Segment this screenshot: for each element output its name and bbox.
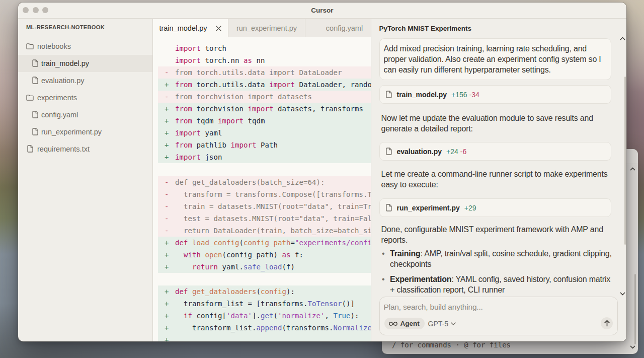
window-title: Cursor [18,3,626,19]
diff-removed-marker: - [165,176,175,188]
code-line: -def get_dataloaders(batch_size=64): [153,176,371,188]
diff-removed-marker: - [165,225,175,237]
send-button[interactable] [601,317,613,329]
chat-scrollbar-thumb[interactable] [624,77,626,245]
file-icon [26,145,34,153]
sidebar-item-label: notebooks [37,42,71,50]
code-line: + [153,334,371,341]
sidebar-item-config-yaml[interactable]: config.yaml [18,106,152,123]
sidebar-item-label: evaluation.py [41,77,84,85]
code-text: import json [175,151,222,163]
chat-scroll-up-icon[interactable] [620,37,625,40]
file-name: run_experiment.py [397,204,460,212]
collapsed-code-gap [153,273,371,285]
bullet-item: •Experimentation: YAML config, saved his… [379,274,612,295]
code-text: def get_dataloaders(batch_size=64): [175,176,325,188]
code-line: +from tqdm import tqdm [153,115,371,127]
cursor-window: Cursor ML-RESEARCH-NOTEBOOK notebookstra… [18,3,626,341]
tab-train_model-py[interactable]: train_model.py [153,19,228,37]
sidebar-item-run_experiment-py[interactable]: run_experiment.py [18,123,152,140]
editor: train_model.pyrun_experiment.pyconfig.ya… [152,19,371,341]
sidebar-item-label: experiments [37,94,77,102]
sidebar-item-evaluation-py[interactable]: evaluation.py [18,72,152,89]
command-hint-text: / for commands · @ for files [392,341,511,349]
sidebar-item-experiments[interactable]: experiments [18,89,152,106]
chevron-down-icon [451,322,456,325]
additions-count: +24 [446,148,458,156]
bullet-text: Training: AMP, train/val split, cosine s… [390,248,612,269]
chat-input-placeholder: Plan, search, build anything... [384,303,483,312]
chat-input[interactable]: Plan, search, build anything... Agent GP… [379,297,618,335]
sidebar-item-notebooks[interactable]: notebooks [18,38,152,55]
project-name: ML-RESEARCH-NOTEBOOK [26,24,105,30]
diff-added-marker: + [165,115,175,127]
code-text: transform_list = [transforms.ToTensor()] [175,298,355,310]
tab-label: train_model.py [159,24,207,32]
diff-added-marker: + [165,322,175,334]
code-line: import torch [153,42,371,54]
chat-title: PyTorch MNIST Experiments [379,25,472,32]
diff-removed-marker: - [165,188,175,200]
code-line: + return yaml.safe_load(f) [153,261,371,273]
file-change-chip-run_experiment-py[interactable]: run_experiment.py+29 [379,198,612,217]
sidebar-item-label: requirements.txt [37,145,90,153]
file-change-chip-evaluation-py[interactable]: evaluation.py+24-6 [379,142,612,161]
tab-config-yaml[interactable]: config.yaml [305,19,371,37]
code-text: return DataLoader(train, batch_size=batc… [175,225,371,237]
code-line: +from torch.utils.data import DataLoader… [153,79,371,91]
diff-added-marker: + [165,249,175,261]
code-text: train = datasets.MNIST(root="data", trai… [175,200,371,212]
file-name: train_model.py [397,91,447,99]
agent-mode-selector[interactable]: Agent [384,318,425,329]
code-line: - transform = transforms.Compose([transf… [153,188,371,200]
code-text: import torch.nn as nn [175,54,265,66]
diff-added-marker: + [165,79,175,91]
file-icon [31,77,39,84]
code-line: +import yaml [153,127,371,139]
code-line: +import json [153,151,371,163]
assistant-message: Done, configurable MNIST experiment fram… [379,224,612,245]
collapsed-code-gap [153,163,371,176]
diff-added-marker: + [165,334,175,341]
chat-scroll-down-icon[interactable] [620,292,625,296]
folder-icon [26,94,34,101]
code-line: +def get_dataloaders(config): [153,285,371,298]
diff-added-marker: + [165,285,175,298]
sidebar-item-requirements-txt[interactable]: requirements.txt [18,140,152,158]
scroll-up-icon[interactable] [630,167,635,171]
code-text: import yaml [175,127,222,139]
code-text: return yaml.safe_load(f) [175,261,295,273]
code-line: - return DataLoader(train, batch_size=ba… [153,225,371,237]
additions-count: +29 [464,204,476,212]
code-text: from torch.utils.data import DataLoader,… [175,79,371,91]
code-line: - train = datasets.MNIST(root="data", tr… [153,200,371,212]
diff-removed-marker: - [165,66,175,79]
bullet-text: Experimentation: YAML config, saved hist… [390,274,610,295]
background-scrollbar-thumb[interactable] [634,274,636,344]
code-line: -from torch.utils.data import DataLoader [153,66,371,79]
scroll-down-icon[interactable] [630,345,635,349]
code-text: transform_list.append(transforms.Normali… [175,322,371,334]
additions-count: +156 [451,91,467,99]
model-selector[interactable]: GPT-5 [428,318,456,329]
agent-mode-label: Agent [400,320,420,327]
diff-added-marker: + [165,261,175,273]
code-area[interactable]: import torchimport torch.nn as nn-from t… [153,37,371,341]
sidebar-item-train_model-py[interactable]: train_model.py [18,55,152,72]
code-line: -from torchvision import datasets [153,91,371,103]
folder-icon [26,42,34,50]
bullet-icon: • [382,248,388,269]
code-text: from torchvision import datasets [175,91,312,103]
deletions-count: -34 [469,91,479,99]
tab-run_experiment-py[interactable]: run_experiment.py [228,19,305,37]
code-line: +def load_config(config_path="experiment… [153,237,371,249]
user-message: Add mixed precision training, learning r… [379,38,612,80]
code-text: from tqdm import tqdm [175,115,265,127]
titlebar[interactable]: Cursor [18,3,626,19]
file-change-chip-train_model-py[interactable]: train_model.py+156-34 [379,85,612,104]
bullet-item: •Training: AMP, train/val split, cosine … [379,248,612,269]
diff-added-marker: + [165,127,175,139]
sidebar-item-label: train_model.py [41,59,89,67]
diff-removed-marker: - [165,200,175,212]
close-tab-icon[interactable] [215,25,222,32]
